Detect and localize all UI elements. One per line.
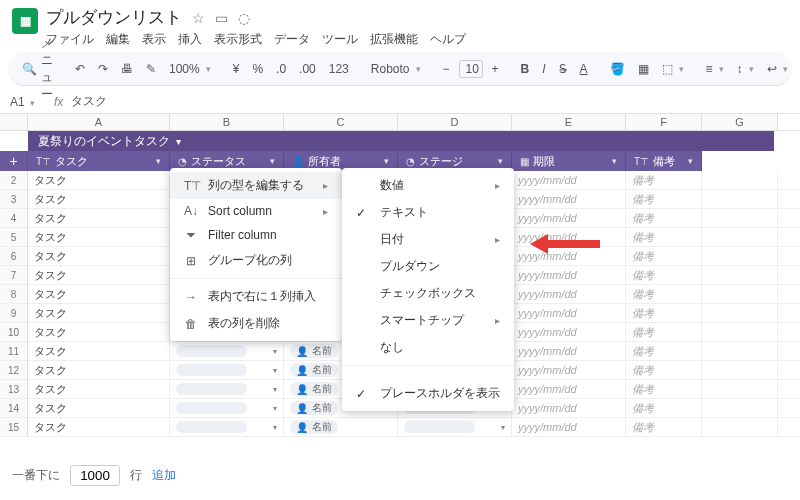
paint-format-icon[interactable]: ✎ <box>142 60 160 78</box>
number-format[interactable]: 123 <box>325 60 353 78</box>
cell-empty[interactable] <box>702 380 778 398</box>
type-smartchip[interactable]: スマートチップ▸ <box>342 307 514 334</box>
menu-data[interactable]: データ <box>274 31 310 48</box>
type-dropdown[interactable]: プルダウン <box>342 253 514 280</box>
th-note[interactable]: T⊤備考▾ <box>626 151 702 171</box>
col-A[interactable]: A <box>28 114 170 130</box>
cell-note[interactable]: 備考 <box>626 247 702 265</box>
add-rows-button[interactable]: 追加 <box>152 467 176 484</box>
font-select[interactable]: Roboto ▾ <box>367 60 425 78</box>
cell-status[interactable]: ▾ <box>170 342 284 360</box>
table-banner[interactable]: 夏祭りのイベントタスク ▾ <box>28 131 774 151</box>
undo-icon[interactable]: ↶ <box>71 60 89 78</box>
cell-stage[interactable]: ▾ <box>398 418 512 436</box>
cell-task[interactable]: タスク <box>28 209 170 227</box>
type-date[interactable]: 日付▸ <box>342 226 514 253</box>
menu-edit-column-type[interactable]: T⊤列の型を編集する▸ <box>170 172 342 199</box>
cell-task[interactable]: タスク <box>28 190 170 208</box>
cell-empty[interactable] <box>702 190 778 208</box>
cell-owner[interactable]: 👤名前 <box>284 418 398 436</box>
decrease-decimal-icon[interactable]: .0 <box>272 60 290 78</box>
cell-task[interactable]: タスク <box>28 285 170 303</box>
cell-note[interactable]: 備考 <box>626 361 702 379</box>
cell-note[interactable]: 備考 <box>626 418 702 436</box>
cell-status[interactable]: ▾ <box>170 399 284 417</box>
doc-title[interactable]: プルダウンリスト <box>46 6 182 29</box>
cell-note[interactable]: 備考 <box>626 399 702 417</box>
row-header[interactable]: 3 <box>0 190 28 208</box>
cell-empty[interactable] <box>702 342 778 360</box>
rotate-icon[interactable]: A↻ ▾ <box>797 60 800 78</box>
col-D[interactable]: D <box>398 114 512 130</box>
cell-deadline[interactable]: yyyy/mm/dd <box>512 361 626 379</box>
cell-task[interactable]: タスク <box>28 266 170 284</box>
cell-empty[interactable] <box>702 323 778 341</box>
col-G[interactable]: G <box>702 114 778 130</box>
halign-icon[interactable]: ≡ ▾ <box>702 60 728 78</box>
cell-note[interactable]: 備考 <box>626 342 702 360</box>
type-number[interactable]: 数値▸ <box>342 172 514 199</box>
menu-edit[interactable]: 編集 <box>106 31 130 48</box>
add-row-button[interactable]: + <box>0 151 28 171</box>
row-header[interactable]: 4 <box>0 209 28 227</box>
type-checkbox[interactable]: チェックボックス <box>342 280 514 307</box>
cell-deadline[interactable]: yyyy/mm/dd <box>512 209 626 227</box>
row-header[interactable]: 10 <box>0 323 28 341</box>
print-icon[interactable]: 🖶 <box>117 60 137 78</box>
cell-empty[interactable] <box>702 399 778 417</box>
cell-empty[interactable] <box>702 171 778 189</box>
cell-deadline[interactable]: yyyy/mm/dd <box>512 418 626 436</box>
cloud-status-icon[interactable]: ◌ <box>238 10 250 26</box>
show-placeholder[interactable]: ✓プレースホルダを表示 <box>342 380 514 407</box>
cell-task[interactable]: タスク <box>28 342 170 360</box>
cell-empty[interactable] <box>702 266 778 284</box>
col-E[interactable]: E <box>512 114 626 130</box>
cell-task[interactable]: タスク <box>28 418 170 436</box>
col-C[interactable]: C <box>284 114 398 130</box>
cell-deadline[interactable]: yyyy/mm/dd <box>512 171 626 189</box>
cell-task[interactable]: タスク <box>28 171 170 189</box>
text-color-icon[interactable]: A <box>576 60 592 78</box>
row-header[interactable]: 6 <box>0 247 28 265</box>
cell-note[interactable]: 備考 <box>626 323 702 341</box>
cell-deadline[interactable]: yyyy/mm/dd <box>512 399 626 417</box>
move-folder-icon[interactable]: ▭ <box>215 10 228 26</box>
col-B[interactable]: B <box>170 114 284 130</box>
row-header[interactable]: 8 <box>0 285 28 303</box>
add-rows-input[interactable] <box>70 465 120 486</box>
cell-status[interactable]: ▾ <box>170 361 284 379</box>
fontsize-inc-icon[interactable]: + <box>488 60 503 78</box>
merge-icon[interactable]: ⬚ ▾ <box>658 60 688 78</box>
borders-icon[interactable]: ▦ <box>634 60 653 78</box>
row-header[interactable]: 13 <box>0 380 28 398</box>
col-F[interactable]: F <box>626 114 702 130</box>
cell-note[interactable]: 備考 <box>626 190 702 208</box>
strike-icon[interactable]: S̶ <box>555 60 571 78</box>
cell-task[interactable]: タスク <box>28 380 170 398</box>
type-none[interactable]: なし <box>342 334 514 361</box>
cell-note[interactable]: 備考 <box>626 209 702 227</box>
th-deadline[interactable]: ▦期限▾ <box>512 151 626 171</box>
fontsize-dec-icon[interactable]: − <box>439 60 454 78</box>
wrap-icon[interactable]: ↩ ▾ <box>763 60 792 78</box>
menu-extensions[interactable]: 拡張機能 <box>370 31 418 48</box>
row-header[interactable]: 9 <box>0 304 28 322</box>
menu-filter-column[interactable]: ⏷Filter column <box>170 223 342 247</box>
menu-delete-column[interactable]: 🗑表の列を削除 <box>170 310 342 337</box>
cell-status[interactable]: ▾ <box>170 380 284 398</box>
menu-insert-right[interactable]: →表内で右に１列挿入 <box>170 283 342 310</box>
cell-empty[interactable] <box>702 418 778 436</box>
cell-empty[interactable] <box>702 228 778 246</box>
cell-note[interactable]: 備考 <box>626 304 702 322</box>
menu-help[interactable]: ヘルプ <box>430 31 466 48</box>
cell-task[interactable]: タスク <box>28 228 170 246</box>
row-header[interactable]: 11 <box>0 342 28 360</box>
cell-deadline[interactable]: yyyy/mm/dd <box>512 266 626 284</box>
cell-empty[interactable] <box>702 304 778 322</box>
cell-task[interactable]: タスク <box>28 399 170 417</box>
cell-status[interactable]: ▾ <box>170 418 284 436</box>
zoom-select[interactable]: 100% ▾ <box>165 60 215 78</box>
cell-note[interactable]: 備考 <box>626 228 702 246</box>
italic-icon[interactable]: I <box>538 60 549 78</box>
star-icon[interactable]: ☆ <box>192 10 205 26</box>
